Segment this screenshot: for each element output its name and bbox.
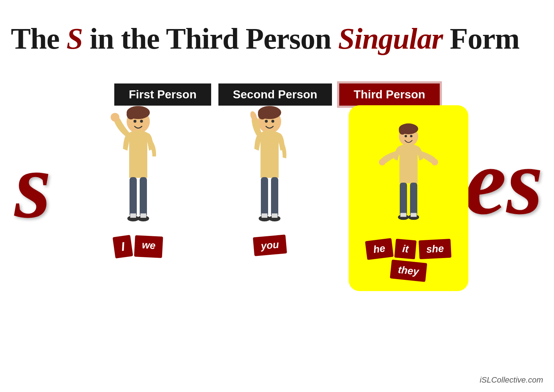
title-s: S xyxy=(66,22,83,55)
third-person-column: he it she they xyxy=(347,105,470,291)
svg-rect-6 xyxy=(130,177,137,217)
pronoun-you: you xyxy=(253,234,287,256)
pronoun-she: she xyxy=(418,239,451,260)
svg-point-4 xyxy=(140,120,143,123)
column-labels: First Person Second Person Third Person xyxy=(0,83,554,106)
svg-rect-11 xyxy=(140,213,146,218)
svg-point-30 xyxy=(431,159,438,166)
svg-rect-10 xyxy=(130,213,136,218)
svg-point-16 xyxy=(271,120,274,123)
second-person-column: you xyxy=(215,105,324,255)
svg-rect-22 xyxy=(262,213,267,218)
second-person-pronouns: you xyxy=(254,236,286,255)
footer-credit: iSLCollective.com xyxy=(480,375,543,385)
svg-rect-36 xyxy=(411,213,417,217)
svg-rect-35 xyxy=(400,213,406,217)
svg-point-14 xyxy=(258,109,267,119)
first-person-label: First Person xyxy=(114,83,211,106)
third-person-label: Third Person xyxy=(339,83,440,106)
svg-rect-31 xyxy=(400,183,407,216)
first-person-column: I we xyxy=(84,105,193,257)
pronoun-it: it xyxy=(394,239,416,260)
big-s-letter: s xyxy=(15,138,51,232)
second-person-figure xyxy=(233,105,306,229)
svg-point-3 xyxy=(134,120,136,123)
svg-point-26 xyxy=(399,126,406,135)
third-person-pronouns: he it she they xyxy=(356,240,461,280)
svg-rect-18 xyxy=(261,177,268,217)
title-singular: Singular xyxy=(338,22,443,55)
pronoun-i: I xyxy=(112,235,133,258)
title-text-part1: The xyxy=(11,22,66,55)
title-text-part3: Form xyxy=(443,22,519,55)
svg-point-5 xyxy=(111,113,119,122)
third-person-figure xyxy=(372,113,445,236)
pronoun-he: he xyxy=(365,238,393,260)
third-person-highlight-box: he it she they xyxy=(349,105,468,291)
svg-rect-23 xyxy=(272,213,278,218)
page-title: The S in the Third Person Singular Form xyxy=(11,22,554,56)
pronoun-we: we xyxy=(134,235,163,258)
svg-point-15 xyxy=(265,120,268,123)
pronoun-they: they xyxy=(390,260,427,282)
figures-area: I we xyxy=(73,105,481,291)
svg-point-27 xyxy=(405,135,407,138)
first-person-figure xyxy=(102,105,175,229)
first-person-pronouns: I we xyxy=(114,236,163,257)
svg-rect-19 xyxy=(271,177,278,217)
svg-point-29 xyxy=(379,159,385,166)
svg-point-28 xyxy=(410,135,413,138)
title-text-part2: in the Third Person xyxy=(83,22,338,55)
svg-point-2 xyxy=(127,109,135,119)
svg-rect-32 xyxy=(410,183,417,216)
svg-rect-7 xyxy=(140,177,147,217)
second-person-label: Second Person xyxy=(218,83,332,106)
